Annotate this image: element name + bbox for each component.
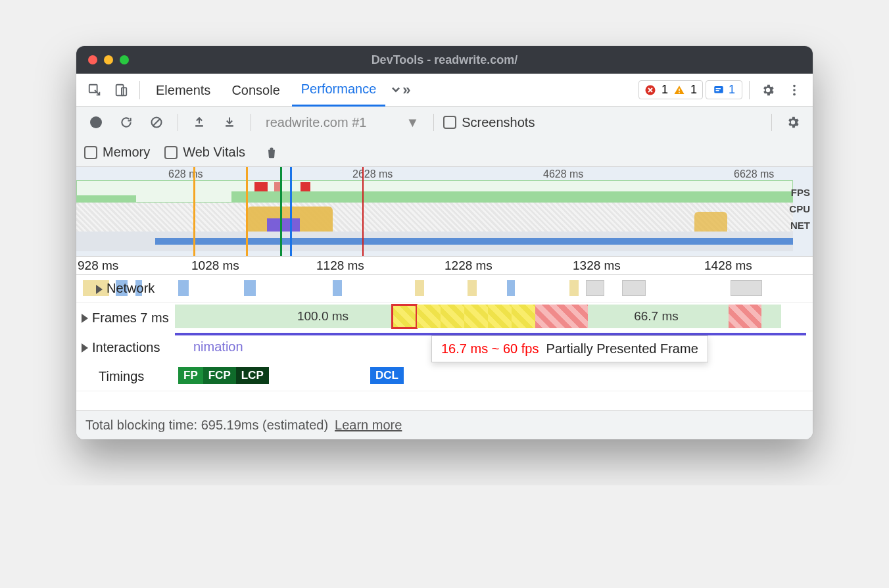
frames-lane: 100.0 ms 66.7 ms: [175, 305, 806, 328]
cpu-label: CPU: [789, 203, 810, 214]
kebab-menu-icon[interactable]: [782, 78, 806, 102]
save-profile-icon[interactable]: [218, 110, 241, 134]
summary-footer: Total blocking time: 695.19ms (estimated…: [76, 410, 813, 439]
record-button[interactable]: [84, 110, 108, 134]
more-tabs-icon[interactable]: »: [388, 78, 412, 102]
dcl-badge[interactable]: DCL: [370, 367, 404, 384]
settings-icon[interactable]: [756, 78, 780, 102]
overview-ticks: 628 ms 2628 ms 4628 ms 6628 ms: [76, 168, 813, 180]
svg-rect-6: [714, 86, 723, 93]
devtools-window: DevTools - readwrite.com/ Elements Conso…: [76, 46, 813, 439]
panel-tabstrip: Elements Console Performance » 1 1 1: [76, 74, 813, 107]
tooltip-desc: Partially Presented Frame: [546, 341, 698, 356]
console-status-badge[interactable]: 1 1: [638, 80, 703, 99]
titlebar: DevTools - readwrite.com/: [76, 46, 813, 74]
dropdown-triangle-icon: ▼: [406, 115, 419, 130]
svg-point-9: [793, 84, 796, 87]
animation-label: nimation: [193, 339, 243, 355]
expand-icon[interactable]: [96, 285, 103, 294]
total-blocking-time: Total blocking time: 695.19ms (estimated…: [85, 418, 328, 433]
expand-icon[interactable]: [82, 343, 88, 353]
profile-name: readwrite.com #1: [266, 115, 366, 130]
device-mode-icon[interactable]: [109, 78, 133, 102]
overview-net-lane: [76, 232, 793, 251]
svg-rect-8: [715, 90, 719, 91]
learn-more-link[interactable]: Learn more: [335, 418, 402, 433]
tab-performance[interactable]: Performance: [292, 74, 386, 107]
profile-selector[interactable]: readwrite.com #1 ▼: [260, 115, 424, 130]
tab-console[interactable]: Console: [222, 74, 289, 107]
web-vitals-label: Web Vitals: [183, 145, 245, 160]
error-count: 1: [661, 83, 668, 97]
svg-rect-4: [679, 88, 680, 91]
svg-rect-2: [122, 87, 126, 95]
dcl-marker: [290, 167, 292, 256]
capture-settings-icon[interactable]: [781, 110, 805, 134]
svg-rect-13: [195, 125, 203, 127]
overview-fps-lane: [76, 180, 793, 203]
fps-label: FPS: [789, 187, 810, 198]
timings-row[interactable]: Timings FPFCPLCP DCL: [76, 362, 813, 391]
svg-rect-1: [116, 84, 124, 95]
timeline-ruler[interactable]: 928 ms 1028 ms 1128 ms 1228 ms 1328 ms 1…: [76, 257, 813, 275]
overview-strip[interactable]: 628 ms 2628 ms 4628 ms 6628 ms FPS CPU N…: [76, 167, 813, 257]
memory-checkbox[interactable]: Memory: [84, 145, 150, 160]
frame-tooltip: 16.7 ms ~ 60 fps Partially Presented Fra…: [431, 335, 708, 362]
overview-selection-end[interactable]: [246, 167, 248, 256]
interactions-row[interactable]: Interactions nimation 16.7 ms ~ 60 fps P…: [76, 333, 813, 362]
screenshots-checkbox[interactable]: Screenshots: [443, 115, 535, 130]
issues-badge[interactable]: 1: [706, 80, 742, 99]
overview-cpu-lane: [76, 203, 793, 232]
frames-row[interactable]: Frames 7 ms 100.0 ms 66.7 ms: [76, 303, 813, 333]
svg-point-11: [793, 93, 796, 95]
load-marker: [362, 167, 364, 256]
clear-button[interactable]: [145, 110, 168, 134]
inspect-element-icon[interactable]: [83, 78, 107, 102]
net-label: NET: [789, 220, 810, 231]
warning-count: 1: [690, 83, 697, 97]
svg-rect-5: [679, 92, 680, 93]
overview-selection-start[interactable]: [193, 167, 195, 256]
reload-record-button[interactable]: [114, 110, 138, 134]
svg-rect-7: [715, 88, 721, 89]
fp-badge[interactable]: FP: [178, 367, 203, 384]
tooltip-timing: 16.7 ms ~ 60 fps: [441, 341, 539, 356]
issues-count: 1: [729, 83, 735, 97]
selected-frame[interactable]: [392, 305, 417, 328]
expand-icon[interactable]: [82, 314, 88, 323]
screenshots-label: Screenshots: [462, 115, 535, 130]
garbage-collect-icon[interactable]: [260, 141, 283, 164]
svg-point-10: [793, 89, 796, 91]
svg-rect-14: [226, 125, 233, 127]
tab-elements[interactable]: Elements: [147, 74, 220, 107]
memory-label: Memory: [103, 145, 150, 160]
network-row[interactable]: Network: [76, 275, 813, 303]
window-title: DevTools - readwrite.com/: [76, 53, 813, 67]
fcp-badge[interactable]: FCP: [203, 367, 236, 384]
performance-toolbar-row2: Memory Web Vitals: [76, 138, 813, 167]
lcp-badge[interactable]: LCP: [236, 367, 269, 384]
performance-toolbar: readwrite.com #1 ▼ Screenshots: [76, 107, 813, 138]
web-vitals-checkbox[interactable]: Web Vitals: [164, 145, 245, 160]
fcp-marker: [280, 167, 282, 256]
load-profile-icon[interactable]: [187, 110, 211, 134]
network-lane: [76, 275, 813, 302]
